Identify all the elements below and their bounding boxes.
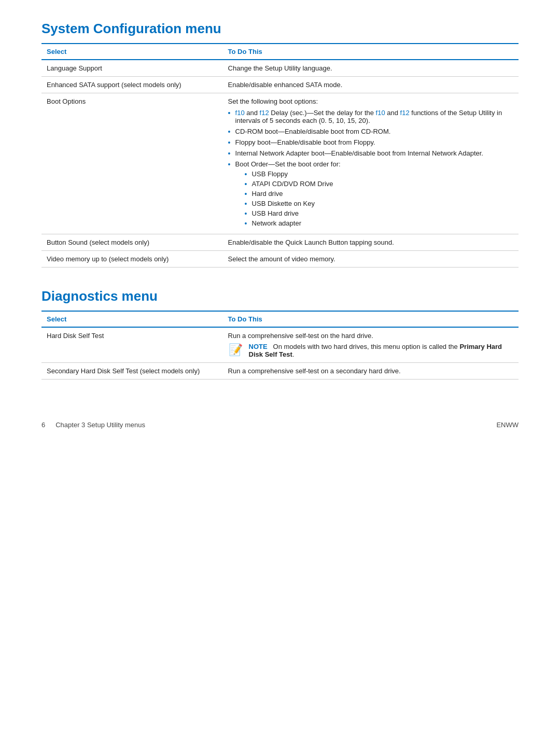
diagnostics-table: Select To Do This Hard Disk Self Test Ru… — [41, 311, 519, 379]
select-cell: Hard Disk Self Test — [41, 327, 223, 363]
table-row: Language Support Change the Setup Utilit… — [41, 60, 519, 77]
sub-bullet-item: ATAPI CD/DVD ROM Drive — [245, 179, 513, 189]
sub-bullet-item: Network adapter — [245, 218, 513, 228]
table-row: Button Sound (select models only) Enable… — [41, 234, 519, 251]
todo-cell: Enable/disable enhanced SATA mode. — [223, 77, 519, 93]
select-cell: Video memory up to (select models only) — [41, 251, 223, 268]
todo-cell: Change the Setup Utility language. — [223, 60, 519, 77]
table-row-hard-disk: Hard Disk Self Test Run a comprehensive … — [41, 327, 519, 363]
system-config-section: System Configuration menu Select To Do T… — [41, 21, 519, 268]
boot-order-sub: USB Floppy ATAPI CD/DVD ROM Drive Hard d… — [245, 169, 513, 228]
note-box: 📝 NOTE On models with two hard drives, t… — [228, 343, 513, 358]
page-footer: 6 Chapter 3 Setup Utility menus ENWW — [41, 421, 519, 429]
diag-col2-header: To Do This — [223, 311, 519, 327]
table-row-boot-options: Boot Options Set the following boot opti… — [41, 93, 519, 234]
note-icon: 📝 — [228, 343, 244, 357]
boot-order-label: Boot Order—Set the boot order for: — [235, 160, 341, 168]
todo-cell: Enable/disable the Quick Launch Button t… — [223, 234, 519, 251]
table-row-secondary: Secondary Hard Disk Self Test (select mo… — [41, 363, 519, 379]
boot-options-label: Set the following boot options: — [228, 97, 318, 105]
note-label: NOTE — [249, 343, 268, 350]
system-config-title: System Configuration menu — [41, 21, 519, 37]
sub-bullet-item: USB Diskette on Key — [245, 199, 513, 208]
f10-link1: f10 — [235, 109, 245, 117]
select-cell: Secondary Hard Disk Self Test (select mo… — [41, 363, 223, 379]
diagnostics-title: Diagnostics menu — [41, 288, 519, 304]
diag-col1-header: Select — [41, 311, 223, 327]
table-row: Video memory up to (select models only) … — [41, 251, 519, 268]
note-text: NOTE On models with two hard drives, thi… — [249, 343, 513, 358]
todo-cell: Set the following boot options: f10 and … — [223, 93, 519, 234]
f10-link2: f10 — [376, 109, 385, 117]
boot-bullet-cdrom: CD-ROM boot—Enable/disable boot from CD-… — [228, 126, 513, 137]
hard-disk-todo: Run a comprehensive self-test on the har… — [228, 332, 373, 340]
sub-bullet-item: USB Floppy — [245, 169, 513, 179]
boot-bullets: f10 and f12 Delay (sec.)—Set the delay f… — [228, 107, 513, 230]
sub-bullet-item: USB Hard drive — [245, 208, 513, 218]
select-cell: Boot Options — [41, 93, 223, 234]
brand-label: ENWW — [496, 421, 519, 429]
system-config-table: Select To Do This Language Support Chang… — [41, 43, 519, 268]
todo-cell: Run a comprehensive self-test on the har… — [223, 327, 519, 363]
select-cell: Language Support — [41, 60, 223, 77]
f12-link2: f12 — [400, 109, 410, 117]
system-col2-header: To Do This — [223, 44, 519, 60]
diagnostics-section: Diagnostics menu Select To Do This Hard … — [41, 288, 519, 379]
todo-cell: Run a comprehensive self-test on a secon… — [223, 363, 519, 379]
select-cell: Enhanced SATA support (select models onl… — [41, 77, 223, 93]
f12-link1: f12 — [260, 109, 269, 117]
system-col1-header: Select — [41, 44, 223, 60]
sub-bullet-item: Hard drive — [245, 189, 513, 199]
note-bold: Primary Hard Disk Self Test — [249, 343, 502, 358]
chapter-number: 6 — [41, 421, 45, 429]
boot-bullet-floppy: Floppy boot—Enable/disable boot from Flo… — [228, 137, 513, 148]
select-cell: Button Sound (select models only) — [41, 234, 223, 251]
footer-left: 6 Chapter 3 Setup Utility menus — [41, 421, 145, 429]
boot-bullet-f10f12: f10 and f12 Delay (sec.)—Set the delay f… — [228, 107, 513, 126]
todo-cell: Select the amount of video memory. — [223, 251, 519, 268]
table-row: Enhanced SATA support (select models onl… — [41, 77, 519, 93]
chapter-label: Chapter 3 Setup Utility menus — [55, 421, 145, 429]
boot-bullet-network: Internal Network Adapter boot—Enable/dis… — [228, 148, 513, 159]
boot-bullet-order: Boot Order—Set the boot order for: USB F… — [228, 159, 513, 230]
